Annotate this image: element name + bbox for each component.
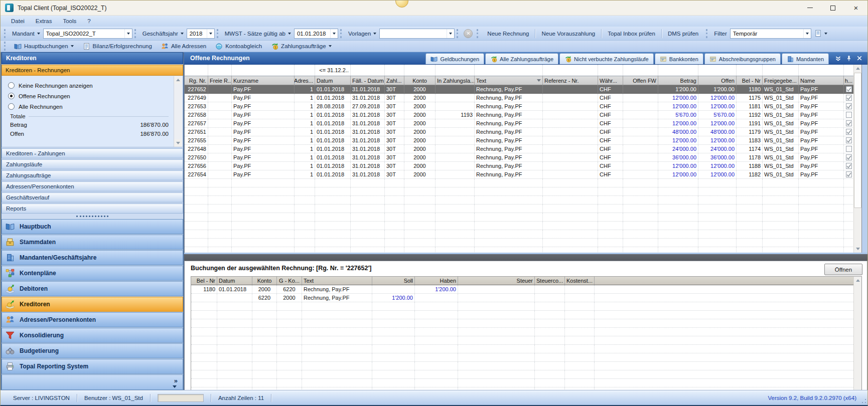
filter-cell-h[interactable]	[844, 65, 854, 76]
checked-checkbox-icon[interactable]	[846, 103, 852, 109]
scrollbar-thumb[interactable]	[854, 73, 861, 208]
neue-vorauszahlung-button[interactable]: Neue Vorauszahlung	[536, 28, 601, 39]
table-row[interactable]: 227655Pay.PF101.01.201831.01.201830T2000…	[185, 136, 854, 145]
column-header-haben[interactable]: Haben	[415, 277, 458, 285]
horizontal-splitter[interactable]	[184, 253, 867, 261]
filter-cell-bel-nr[interactable]	[737, 65, 763, 76]
radio-offene-rechnungen[interactable]: Offene Rechnungen	[8, 91, 169, 101]
clear-vorlage-button[interactable]: ✕	[464, 29, 473, 38]
sidebar-scrollbar[interactable]	[174, 76, 182, 147]
filter-cell-rg-nr[interactable]	[185, 65, 208, 76]
column-header-rg-nr[interactable]: Rg. Nr.	[185, 76, 208, 85]
cell-checkbox[interactable]	[844, 136, 854, 144]
column-header-konto[interactable]: Konto	[404, 76, 436, 85]
alle-adressen-button[interactable]: Alle Adressen	[157, 41, 210, 51]
table-row[interactable]: 227649Pay.PF101.01.201831.01.201830T2000…	[185, 94, 854, 102]
tab-bankkonten[interactable]: Bankkonten	[655, 53, 703, 64]
sidebar-item-kreditoren[interactable]: Kreditoren	[2, 297, 183, 312]
column-header-offen[interactable]: Offen	[698, 76, 737, 85]
cell-checkbox[interactable]	[844, 170, 854, 178]
dropdown-button[interactable]	[124, 29, 132, 38]
cell-checkbox[interactable]	[844, 153, 854, 161]
scroll-down-button[interactable]	[174, 139, 182, 147]
column-header-freigegebe[interactable]: Freigegebe...	[763, 76, 799, 85]
radio-button[interactable]	[8, 103, 15, 110]
column-header-offen-fw[interactable]: Offen FW	[623, 76, 658, 85]
table-row[interactable]: 118001.01.201820006220Rechnung, Pay.PF1'…	[191, 285, 861, 294]
sidebar-item-debitoren[interactable]: Debitoren	[2, 281, 183, 296]
column-header-h[interactable]: h...	[844, 76, 854, 85]
table-row[interactable]: 227648Pay.PF101.01.201831.01.201830T2000…	[185, 145, 854, 153]
sidebar-splitter[interactable]	[2, 214, 183, 219]
filter-cell-text[interactable]	[475, 65, 543, 76]
cell-checkbox[interactable]	[844, 111, 854, 119]
open-button[interactable]: Öffnen	[824, 264, 862, 275]
filter-cell-freigegebe[interactable]	[763, 65, 799, 76]
sidebar-item-mandanten-geschäftsjahre[interactable]: Mandanten/Geschäftsjahre	[2, 250, 183, 265]
filter-cell-währ[interactable]	[598, 65, 623, 76]
table-row[interactable]: 227658Pay.PF101.01.201831.01.201830T2000…	[185, 111, 854, 119]
filter-cell-offen-fw[interactable]	[623, 65, 658, 76]
mandant-select[interactable]: Topal_ISO20022_T	[43, 29, 132, 39]
column-header-referenz-nr[interactable]: Referenz - Nr.	[543, 76, 598, 85]
filter-cell-konto[interactable]	[404, 65, 436, 76]
filter-cell-offen[interactable]	[698, 65, 737, 76]
menu-item-extras[interactable]: Extras	[30, 17, 58, 26]
filter-cell-adres[interactable]	[295, 65, 315, 76]
geschaeftsjahr-select[interactable]: 2018	[187, 29, 215, 39]
filter-cell-fäll-datum[interactable]	[351, 65, 385, 76]
filter-select[interactable]: Temporär	[730, 29, 811, 39]
filter-cell-in-zahlungsla[interactable]	[436, 65, 475, 76]
pin-icon[interactable]	[846, 55, 852, 62]
filter-document-button[interactable]	[811, 28, 830, 39]
table-row[interactable]: 227657Pay.PF101.01.201831.01.201830T2000…	[185, 119, 854, 128]
sidebar-item-konsolidierung[interactable]: Konsolidierung	[2, 328, 183, 343]
scroll-up-button[interactable]	[854, 277, 861, 284]
filter-cell-name[interactable]	[799, 65, 844, 76]
checked-checkbox-icon[interactable]	[846, 120, 852, 126]
sidebar-item-kontenpläne[interactable]: Kontenpläne	[2, 266, 183, 281]
tab-mandanten[interactable]: Mandanten	[782, 53, 829, 64]
dropdown-button[interactable]	[803, 29, 811, 38]
dropdown-button[interactable]	[447, 29, 454, 38]
tab-alle-zahlungsaufträge[interactable]: $Alle Zahlungsaufträge	[485, 53, 558, 64]
tab-geldbuchungen[interactable]: Geldbuchungen	[425, 53, 484, 64]
column-header-in-zahlungsla[interactable]: In Zahlungsla...	[436, 76, 475, 85]
table-row[interactable]: 227656Pay.PF101.01.201831.01.201830T2000…	[185, 162, 854, 170]
column-header-datum[interactable]: Datum	[315, 76, 351, 85]
vorlagen-select[interactable]	[379, 29, 455, 39]
filter-cell-zahl[interactable]	[385, 65, 404, 76]
cell-checkbox[interactable]	[844, 119, 854, 127]
checked-checkbox-icon[interactable]	[846, 171, 852, 177]
window-position-icon[interactable]	[835, 55, 841, 62]
sidebar-item-zahlungsaufträge[interactable]: Zahlungsaufträge	[2, 170, 183, 180]
sidebar-item-kreditoren-zahlungen[interactable]: Kreditoren - Zahlungen	[2, 148, 183, 158]
neue-rechnung-button[interactable]: Neue Rechnung	[482, 28, 534, 39]
column-header-steuerco[interactable]: Steuerco...	[535, 277, 565, 285]
close-button[interactable]: ×	[844, 1, 867, 15]
menu-item-blank[interactable]: ?	[82, 17, 96, 26]
date-filter-input[interactable]: <= 31.12.2..	[315, 65, 351, 76]
minimize-button[interactable]	[798, 1, 821, 15]
scroll-up-button[interactable]	[854, 65, 861, 72]
bilanz-erfolgsrechnung-button[interactable]: Bilanz/Erfolgsrechnung	[79, 41, 156, 51]
hauptbuchungen-button[interactable]: Hauptbuchungen	[10, 41, 78, 51]
unchecked-checkbox-icon[interactable]	[846, 146, 852, 152]
column-header-währ[interactable]: Währ...	[598, 76, 623, 85]
geschaeftsjahr-menu-button[interactable]: Geschäftsjahr	[139, 28, 187, 39]
mwst-date-select[interactable]: 01.01.2018	[294, 29, 338, 39]
cell-checkbox[interactable]	[844, 94, 854, 102]
sidebar-item-adressen-personenkonten[interactable]: Adressen/Personenkonten	[2, 181, 183, 191]
column-header-datum[interactable]: Datum	[217, 277, 252, 285]
column-header-adres[interactable]: Adres...	[295, 76, 315, 85]
sidebar-item-stammdaten[interactable]: Stammdaten	[2, 235, 183, 250]
column-header-kostenst[interactable]: Kostenst...	[565, 277, 595, 285]
cell-checkbox[interactable]	[844, 145, 854, 153]
checked-checkbox-icon[interactable]	[846, 137, 852, 143]
sidebar-item-budgetierung[interactable]: Budgetierung	[2, 343, 183, 358]
column-header-fäll-datum[interactable]: Fäll. - Datum	[351, 76, 385, 85]
filter-cell-kurzname[interactable]	[232, 65, 295, 76]
table-row[interactable]: 227653Pay.PF128.08.201827.09.201830T2000…	[185, 102, 854, 111]
column-header-betrag[interactable]: Betrag	[658, 76, 698, 85]
tab-nicht-verbuchte-zahlungsläufe[interactable]: $Nicht verbuchte Zahlungsläufe	[559, 53, 654, 64]
